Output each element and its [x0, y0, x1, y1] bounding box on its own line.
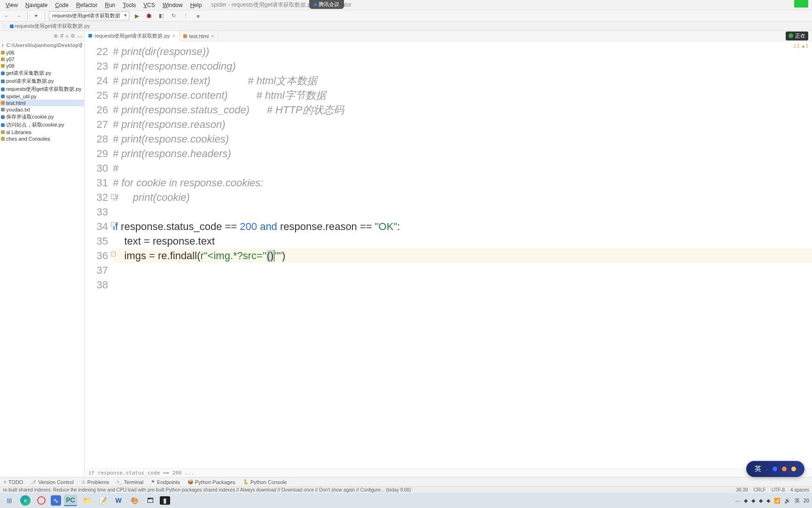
fold-toggle-icon[interactable]: −	[111, 194, 116, 199]
system-tray[interactable]: ︿ ◆ ◆ ◆ ◆ 📶 🔊 英 20	[735, 497, 809, 504]
menu-view[interactable]: View	[2, 1, 22, 9]
close-icon[interactable]: ×	[172, 33, 175, 39]
tray-app-icon[interactable]: ◆	[751, 498, 755, 504]
tray-app-icon[interactable]: ◆	[766, 498, 770, 504]
status-cell[interactable]: 36:39	[736, 487, 748, 492]
hide-icon[interactable]: —	[77, 33, 82, 39]
code-line[interactable]: # for cookie in response.cookies:	[113, 175, 812, 190]
close-icon[interactable]: ×	[211, 33, 214, 39]
taskbar-chrome-icon[interactable]	[35, 495, 48, 506]
menu-window[interactable]: Window	[159, 1, 187, 9]
tool-tab-version-control[interactable]: ⎇Version Control	[27, 479, 77, 485]
code-line[interactable]: # print(response.encoding)	[113, 59, 812, 73]
menu-navigate[interactable]: Navigate	[22, 1, 51, 9]
start-button[interactable]: ⊞	[3, 495, 16, 506]
window-minimize-icon[interactable]	[794, 0, 808, 8]
editor-tab[interactable]: requests使用get请求获取数据.py×	[85, 31, 180, 41]
breadcrumb-item[interactable]: requests使用get请求获取数据.py	[10, 23, 90, 30]
menu-vcs[interactable]: VCS	[140, 1, 159, 9]
tool-tab-terminal[interactable]: >_Terminal	[113, 479, 147, 485]
status-cell[interactable]: CRLF	[754, 487, 766, 492]
code-line[interactable]: # print(response.headers)	[113, 146, 812, 161]
tree-item[interactable]: spider_util.py	[0, 93, 84, 100]
ime-icon-3[interactable]	[791, 467, 796, 471]
ime-floating-toolbar[interactable]: 英 ·	[746, 461, 804, 477]
voice-input-indicator[interactable]: 正在	[786, 32, 808, 40]
code-line[interactable]: # print(response.status_code) # HTTP的状态码	[113, 103, 812, 117]
code-line[interactable]: text = response.text	[113, 234, 812, 248]
code-line[interactable]: # print(response.content) # html字节数据	[113, 88, 812, 103]
code-line[interactable]	[113, 278, 812, 293]
taskbar-word-icon[interactable]: W	[112, 495, 125, 506]
editor-tab[interactable]: test.html×	[180, 31, 219, 41]
taskbar-terminal-icon[interactable]: ▮	[160, 496, 170, 505]
menu-refactor[interactable]: Refactor	[72, 1, 101, 9]
code-line[interactable]: # print(response.text) # html文本数据	[113, 73, 812, 88]
tool-tab-endpoints[interactable]: ⚑Endpoints	[147, 479, 184, 485]
tree-item[interactable]: youdao.txt	[0, 106, 84, 113]
code-line[interactable]: if response.status_code == 200 and respo…	[113, 219, 812, 234]
open-file-icon[interactable]: ▾	[31, 12, 41, 20]
fold-toggle-icon[interactable]: −	[111, 252, 116, 256]
code-lines[interactable]: # print(dir(response))# print(response.e…	[113, 41, 812, 468]
code-line[interactable]	[113, 205, 812, 219]
code-line[interactable]: # print(cookie)	[113, 190, 812, 205]
sort-icon[interactable]: ≡	[66, 33, 69, 39]
tree-item[interactable]: requests使用get请求获取数据.py	[0, 85, 84, 93]
tree-item[interactable]: post请求采集数据.py	[0, 77, 84, 85]
taskbar-pycharm-icon[interactable]: PC	[64, 495, 77, 506]
tree-root[interactable]: rC:\Users\liujianhong\Desktop\西工程	[0, 41, 84, 49]
fold-toggle-icon[interactable]: −	[111, 222, 116, 227]
project-tree[interactable]: rC:\Users\liujianhong\Desktop\西工程 y06y07…	[0, 41, 84, 142]
tree-item[interactable]: y07	[0, 56, 84, 63]
tool-tab-python-packages[interactable]: 📦Python Packages	[184, 479, 239, 485]
tray-chevron-up-icon[interactable]: ︿	[735, 497, 740, 504]
code-line[interactable]: #	[113, 161, 812, 175]
tool-tab-python-console[interactable]: 🐍Python Console	[239, 479, 291, 485]
status-cell[interactable]: UTF-8	[772, 487, 785, 492]
taskbar-manager-icon[interactable]: 🗔	[144, 495, 157, 506]
menu-tools[interactable]: Tools	[119, 1, 140, 9]
ime-lang[interactable]: 英	[755, 465, 761, 473]
coverage-icon[interactable]: ◧	[156, 12, 166, 20]
meeting-pill[interactable]: 腾讯会议	[309, 0, 344, 9]
ime-icon-2[interactable]	[782, 467, 787, 471]
nav-back-icon[interactable]: ←	[2, 12, 11, 20]
ime-icon-1[interactable]	[773, 467, 777, 471]
code-line[interactable]: # print(response.cookies)	[113, 132, 812, 146]
code-line[interactable]: # print(dir(response))	[113, 44, 812, 59]
tree-item[interactable]: get请求采集数据.py	[0, 69, 84, 77]
code-editor[interactable]: 2223242526272829303132333435363738 − − −…	[85, 41, 812, 468]
tree-item[interactable]: y08	[0, 63, 84, 69]
taskbar-edge-icon[interactable]: e	[19, 495, 32, 506]
taskbar-explorer-icon[interactable]: 📁	[80, 495, 93, 506]
tree-item[interactable]: 访问站点，获取cookie.py	[0, 121, 84, 129]
tree-item[interactable]: ches and Consoles	[0, 135, 84, 142]
menu-code[interactable]: Code	[51, 1, 72, 9]
menu-run[interactable]: Run	[101, 1, 119, 9]
debug-icon[interactable]: 🐞	[144, 12, 154, 20]
tray-app-icon[interactable]: ◆	[744, 498, 748, 504]
code-line[interactable]	[113, 264, 812, 278]
editor-breadcrumb[interactable]: if response.status_code == 200 ...	[85, 468, 812, 477]
tray-ime[interactable]: 英	[795, 497, 800, 504]
menu-help[interactable]: Help	[187, 1, 206, 9]
tool-tab-todo[interactable]: ≡TODO	[0, 479, 27, 485]
code-line[interactable]: imgs = re.findall(r"<img.*?src="()"")	[113, 248, 812, 263]
taskbar-paint-icon[interactable]: 🎨	[128, 495, 141, 506]
gear-icon[interactable]: ⚙	[70, 33, 75, 39]
expand-icon[interactable]: ⇵	[60, 33, 64, 39]
stop-icon[interactable]: ■	[193, 12, 203, 20]
tree-item[interactable]: test.html	[0, 100, 84, 106]
code-line[interactable]: # print(response.reason)	[113, 117, 812, 132]
run-icon[interactable]: ▶	[132, 12, 141, 20]
status-cell[interactable]: 4 spaces	[790, 487, 809, 492]
tree-item[interactable]: y06	[0, 49, 84, 56]
profile-icon[interactable]: ↻	[169, 12, 178, 20]
tray-volume-icon[interactable]: 🔊	[784, 498, 791, 504]
select-open-icon[interactable]: ⊕	[54, 33, 58, 39]
tree-item[interactable]: al Libraries	[0, 129, 84, 135]
taskbar-app-icon[interactable]: ∿	[51, 495, 61, 506]
taskbar-notes-icon[interactable]: 📝	[96, 495, 109, 506]
more-run-icon[interactable]: ⋮	[181, 12, 190, 20]
